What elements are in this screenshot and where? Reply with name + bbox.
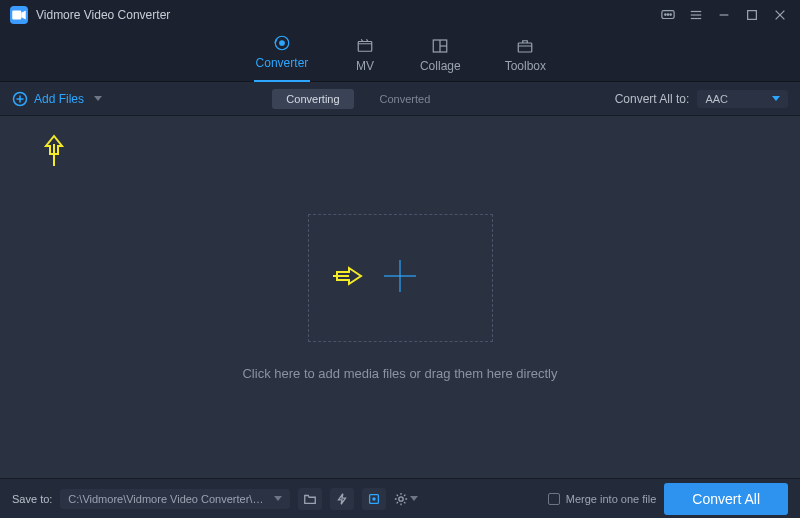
merge-label: Merge into one file [566,493,657,505]
svg-rect-18 [519,43,533,52]
svg-rect-0 [12,11,21,20]
svg-point-4 [670,14,671,15]
save-path-select[interactable]: C:\Vidmore\Vidmore Video Converter\Conve… [60,489,290,509]
footer-bar: Save to: C:\Vidmore\Vidmore Video Conver… [0,478,800,518]
add-files-button[interactable]: Add Files [12,91,102,107]
tab-label: Collage [420,59,461,73]
tab-collage[interactable]: Collage [420,37,461,75]
svg-point-25 [373,497,377,501]
svg-rect-9 [748,11,757,20]
convert-all-label: Convert All to: [615,92,690,106]
title-bar: Vidmore Video Converter [0,0,800,30]
app-title: Vidmore Video Converter [36,8,170,22]
settings-button[interactable] [394,488,418,510]
filter-converted[interactable]: Converted [366,89,445,109]
format-select[interactable]: AAC [697,90,788,108]
open-folder-button[interactable] [298,488,322,510]
gpu-toggle-button[interactable] [362,488,386,510]
svg-rect-14 [358,41,372,51]
hardware-accel-button[interactable] [330,488,354,510]
filter-converting[interactable]: Converting [272,89,353,109]
format-value: AAC [705,93,728,105]
tab-label: MV [356,59,374,73]
annotation-arrow-up [40,132,68,172]
maximize-icon[interactable] [742,5,762,25]
save-path-value: C:\Vidmore\Vidmore Video Converter\Conve… [68,493,270,505]
chevron-down-icon [410,496,418,501]
drop-hint: Click here to add media files or drag th… [242,366,557,381]
svg-point-2 [665,14,666,15]
svg-point-3 [667,14,668,15]
minimize-icon[interactable] [714,5,734,25]
convert-all-button[interactable]: Convert All [664,483,788,515]
chevron-down-icon [772,96,780,101]
tab-label: Toolbox [505,59,546,73]
main-tab-bar: Converter MV Collage Toolbox [0,30,800,82]
menu-icon[interactable] [686,5,706,25]
tab-converter[interactable]: Converter [254,34,310,78]
plus-icon [382,258,418,298]
chevron-down-icon [94,96,102,101]
add-files-label: Add Files [34,92,84,106]
tab-mv[interactable]: MV [354,37,376,75]
save-to-label: Save to: [12,493,52,505]
tab-toolbox[interactable]: Toolbox [505,37,546,75]
close-icon[interactable] [770,5,790,25]
feedback-icon[interactable] [658,5,678,25]
sub-toolbar: Add Files Converting Converted Convert A… [0,82,800,116]
chevron-down-icon [274,496,282,501]
tab-label: Converter [256,56,309,70]
checkbox-icon [548,493,560,505]
drop-zone[interactable] [308,214,493,342]
svg-point-13 [280,40,285,45]
workspace: Click here to add media files or drag th… [0,116,800,478]
app-logo-icon [10,6,28,24]
annotation-arrow-right [331,262,367,294]
svg-point-26 [399,496,403,500]
merge-checkbox[interactable]: Merge into one file [548,493,657,505]
